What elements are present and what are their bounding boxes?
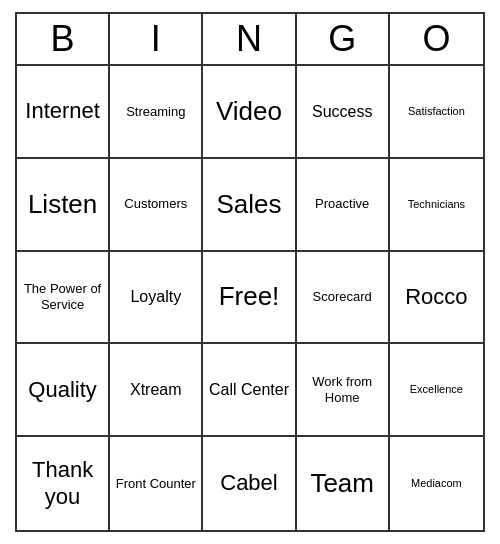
bingo-grid: InternetStreamingVideoSuccessSatisfactio… <box>15 64 485 532</box>
header-letter: B <box>17 14 110 64</box>
cell-r0-c4[interactable]: Satisfaction <box>390 66 483 159</box>
cell-content: Technicians <box>408 198 465 211</box>
cell-r0-c1[interactable]: Streaming <box>110 66 203 159</box>
header-letter: N <box>203 14 296 64</box>
cell-content: Work from Home <box>301 374 384 405</box>
cell-content: Quality <box>28 377 96 403</box>
cell-content: Thank you <box>21 457 104 510</box>
cell-r0-c2[interactable]: Video <box>203 66 296 159</box>
cell-r2-c2[interactable]: Free! <box>203 252 296 345</box>
cell-content: Listen <box>28 189 97 220</box>
cell-r4-c1[interactable]: Front Counter <box>110 437 203 530</box>
cell-content: Internet <box>25 98 100 124</box>
cell-content: Sales <box>216 189 281 220</box>
cell-r3-c3[interactable]: Work from Home <box>297 344 390 437</box>
cell-r4-c4[interactable]: Mediacom <box>390 437 483 530</box>
cell-content: Video <box>216 96 282 127</box>
cell-content: The Power of Service <box>21 281 104 312</box>
cell-r2-c1[interactable]: Loyalty <box>110 252 203 345</box>
cell-r3-c4[interactable]: Excellence <box>390 344 483 437</box>
cell-content: Rocco <box>405 284 467 310</box>
cell-content: Team <box>310 468 374 499</box>
cell-r1-c0[interactable]: Listen <box>17 159 110 252</box>
cell-r3-c0[interactable]: Quality <box>17 344 110 437</box>
cell-content: Free! <box>219 281 280 312</box>
cell-content: Streaming <box>126 104 185 120</box>
cell-content: Satisfaction <box>408 105 465 118</box>
cell-r0-c3[interactable]: Success <box>297 66 390 159</box>
cell-r2-c3[interactable]: Scorecard <box>297 252 390 345</box>
cell-content: Cabel <box>220 470 277 496</box>
cell-content: Proactive <box>315 196 369 212</box>
cell-r0-c0[interactable]: Internet <box>17 66 110 159</box>
cell-r4-c0[interactable]: Thank you <box>17 437 110 530</box>
cell-r1-c2[interactable]: Sales <box>203 159 296 252</box>
cell-r1-c3[interactable]: Proactive <box>297 159 390 252</box>
cell-r2-c4[interactable]: Rocco <box>390 252 483 345</box>
cell-r3-c1[interactable]: Xtream <box>110 344 203 437</box>
cell-r1-c1[interactable]: Customers <box>110 159 203 252</box>
cell-r4-c2[interactable]: Cabel <box>203 437 296 530</box>
header-letter: O <box>390 14 483 64</box>
cell-content: Excellence <box>410 383 463 396</box>
cell-content: Loyalty <box>130 287 181 306</box>
cell-content: Scorecard <box>313 289 372 305</box>
bingo-header: BINGO <box>15 12 485 64</box>
header-letter: G <box>297 14 390 64</box>
cell-content: Xtream <box>130 380 182 399</box>
cell-content: Mediacom <box>411 477 462 490</box>
cell-r2-c0[interactable]: The Power of Service <box>17 252 110 345</box>
cell-content: Customers <box>124 196 187 212</box>
header-letter: I <box>110 14 203 64</box>
cell-content: Front Counter <box>116 476 196 492</box>
bingo-card: BINGO InternetStreamingVideoSuccessSatis… <box>15 12 485 532</box>
cell-content: Success <box>312 102 372 121</box>
cell-r4-c3[interactable]: Team <box>297 437 390 530</box>
cell-r1-c4[interactable]: Technicians <box>390 159 483 252</box>
cell-r3-c2[interactable]: Call Center <box>203 344 296 437</box>
cell-content: Call Center <box>209 380 289 399</box>
